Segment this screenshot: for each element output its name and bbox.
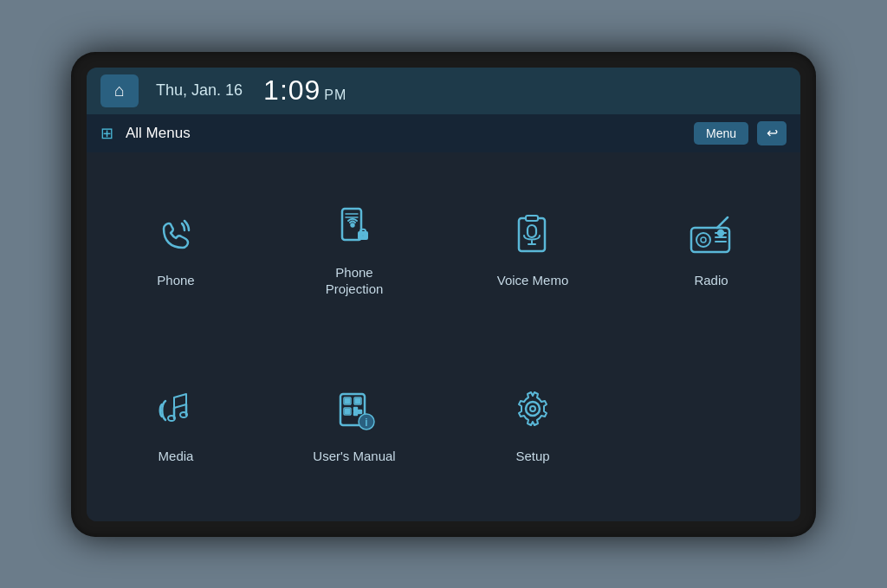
menu-item-empty: [622, 337, 800, 513]
radio-icon: [683, 208, 739, 263]
media-icon: [148, 384, 204, 439]
svg-text:i: i: [365, 417, 367, 429]
users-manual-label: User's Manual: [313, 448, 395, 465]
menu-item-users-manual[interactable]: i User's Manual: [265, 337, 444, 513]
menu-item-media[interactable]: Media: [87, 337, 265, 513]
date-display: Thu, Jan. 16: [156, 81, 243, 100]
car-display-surround: ⌂ Thu, Jan. 16 1:09PM ⊞ All Menus Menu ↩: [71, 52, 816, 537]
svg-rect-25: [346, 399, 349, 403]
menu-item-phone[interactable]: Phone: [87, 161, 265, 337]
svg-rect-6: [519, 218, 545, 251]
home-icon: ⌂: [114, 81, 125, 100]
svg-rect-32: [354, 412, 357, 415]
svg-point-5: [362, 234, 365, 236]
date-time-display: Thu, Jan. 16 1:09PM: [156, 74, 787, 107]
svg-point-18: [718, 230, 723, 236]
grid-icon: ⊞: [100, 124, 113, 143]
media-label: Media: [159, 448, 194, 465]
menu-item-voice-memo[interactable]: Voice Memo: [444, 161, 622, 337]
menu-item-radio[interactable]: Radio: [622, 161, 800, 337]
nav-bar: ⊞ All Menus Menu ↩: [87, 114, 800, 152]
menu-item-phone-projection[interactable]: PhoneProjection: [265, 161, 444, 337]
back-button[interactable]: ↩: [757, 121, 787, 145]
phone-label: Phone: [157, 272, 194, 289]
svg-point-3: [352, 223, 354, 226]
header-bar: ⌂ Thu, Jan. 16 1:09PM: [87, 68, 800, 114]
radio-label: Radio: [694, 272, 728, 289]
menu-button[interactable]: Menu: [694, 122, 748, 145]
infotainment-screen: ⌂ Thu, Jan. 16 1:09PM ⊞ All Menus Menu ↩: [87, 68, 800, 521]
home-button[interactable]: ⌂: [100, 74, 139, 107]
svg-rect-31: [359, 410, 361, 413]
svg-point-35: [526, 402, 540, 416]
time-display: 1:09PM: [263, 74, 346, 107]
users-manual-icon: i: [327, 384, 382, 439]
svg-rect-7: [526, 216, 538, 221]
setup-icon: [505, 384, 560, 439]
phone-icon: [148, 208, 204, 263]
voice-memo-icon: [505, 208, 560, 263]
svg-line-12: [717, 217, 728, 228]
svg-rect-29: [346, 410, 349, 413]
voice-memo-label: Voice Memo: [497, 272, 569, 289]
phone-projection-label: PhoneProjection: [326, 264, 384, 298]
svg-point-13: [696, 233, 710, 247]
svg-rect-27: [356, 399, 359, 403]
svg-point-14: [701, 237, 706, 242]
svg-rect-8: [528, 225, 536, 237]
menu-item-setup[interactable]: Setup: [444, 337, 622, 513]
svg-rect-30: [354, 408, 357, 410]
setup-label: Setup: [515, 448, 549, 465]
phone-projection-icon: [327, 200, 382, 255]
menu-grid: Phone: [87, 152, 800, 521]
all-menus-label: All Menus: [126, 125, 685, 142]
